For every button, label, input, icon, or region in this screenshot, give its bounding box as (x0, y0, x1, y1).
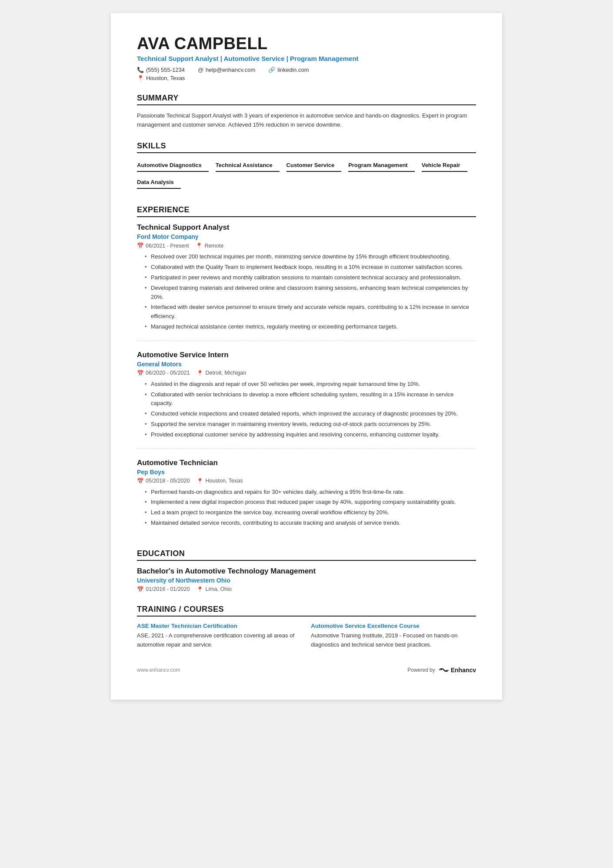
bullet-item: Assisted in the diagnosis and repair of … (145, 380, 476, 389)
school-name: University of Northwestern Ohio (137, 577, 476, 584)
phone-contact: 📞 (555) 555-1234 (137, 67, 185, 73)
bullet-item: Implemented a new digital inspection pro… (145, 498, 476, 507)
skill-item: Program Management (348, 159, 415, 172)
exp-meta: 📅 06/2021 - Present 📍 Remote (137, 242, 476, 249)
experience-entry: Automotive Technician Pep Boys 📅 05/2018… (137, 459, 476, 537)
phone-icon: 📞 (137, 67, 144, 73)
location-contact: 📍 Houston, Texas (137, 75, 185, 81)
training-item: Automotive Service Excellence Course Aut… (311, 623, 476, 650)
email-contact: @ help@enhancv.com (198, 67, 255, 73)
skill-item: Technical Assistance (216, 159, 280, 172)
location-pin-icon: 📍 (197, 370, 203, 376)
calendar-icon: 📅 (137, 242, 144, 249)
bullet-item: Provided exceptional customer service by… (145, 430, 476, 439)
location-value: Houston, Texas (146, 75, 185, 81)
bullets-list: Resolved over 200 technical inquiries pe… (137, 252, 476, 331)
bullet-item: Participated in peer reviews and monthly… (145, 273, 476, 282)
edu-meta: 📅 01/2016 - 01/2020 📍 Lima, Ohio (137, 586, 476, 593)
phone-value: (555) 555-1234 (146, 67, 185, 73)
header: AVA CAMPBELL Technical Support Analyst |… (137, 35, 476, 81)
edu-dates-value: 01/2016 - 01/2020 (146, 586, 190, 592)
job-title: Automotive Technician (137, 459, 476, 467)
bullet-item: Managed technical assistance center metr… (145, 322, 476, 332)
experience-container: Technical Support Analyst Ford Motor Com… (137, 223, 476, 536)
location-pin-icon: 📍 (196, 242, 203, 249)
training-title: Automotive Service Excellence Course (311, 623, 476, 629)
linkedin-value: linkedin.com (277, 67, 309, 73)
education-heading: EDUCATION (137, 549, 476, 561)
skill-item: Customer Service (287, 159, 342, 172)
edu-location-icon: 📍 (197, 586, 203, 593)
edu-location: 📍 Lima, Ohio (197, 586, 231, 593)
experience-entry: Automotive Service Intern General Motors… (137, 351, 476, 449)
location-pin-icon: 📍 (197, 478, 203, 484)
enhancv-logo-icon (439, 667, 449, 674)
education-section: EDUCATION Bachelor's in Automotive Techn… (137, 549, 476, 593)
exp-meta: 📅 06/2020 - 05/2021 📍 Detroit, Michigan (137, 370, 476, 376)
location-item: 📍 Remote (196, 242, 223, 249)
edu-calendar-icon: 📅 (137, 586, 144, 593)
bullet-item: Maintained detailed service records, con… (145, 519, 476, 528)
training-item: ASE Master Technician Certification ASE,… (137, 623, 302, 650)
skills-container: Automotive DiagnosticsTechnical Assistan… (137, 159, 476, 193)
dates-item: 📅 06/2020 - 05/2021 (137, 370, 190, 376)
location-item: 📍 Detroit, Michigan (197, 370, 246, 376)
company-name: Pep Boys (137, 469, 476, 476)
exp-meta: 📅 05/2018 - 05/2020 📍 Houston, Texas (137, 478, 476, 484)
email-value: help@enhancv.com (206, 67, 255, 73)
dates-item: 📅 05/2018 - 05/2020 (137, 478, 190, 484)
degree-title: Bachelor's in Automotive Technology Mana… (137, 567, 476, 576)
training-section: TRAINING / COURSES ASE Master Technician… (137, 605, 476, 650)
linkedin-contact: 🔗 linkedin.com (268, 67, 309, 73)
footer-powered: Powered by Enhancv (407, 667, 476, 674)
bullet-item: Interfaced with dealer service personnel… (145, 303, 476, 321)
bullet-item: Conducted vehicle inspections and create… (145, 409, 476, 419)
bullets-list: Assisted in the diagnosis and repair of … (137, 380, 476, 439)
dates-value: 06/2020 - 05/2021 (146, 370, 190, 376)
enhancv-logo: Enhancv (439, 667, 476, 674)
edu-location-value: Lima, Ohio (205, 586, 231, 592)
bullet-item: Supported the service manager in maintai… (145, 420, 476, 429)
bullet-item: Collaborated with senior technicians to … (145, 390, 476, 409)
bullet-item: Performed hands-on diagnostics and repai… (145, 488, 476, 497)
bullet-item: Led a team project to reorganize the ser… (145, 508, 476, 517)
skill-item: Data Analysis (137, 176, 181, 189)
summary-section: SUMMARY Passionate Technical Support Ana… (137, 94, 476, 130)
experience-heading: EXPERIENCE (137, 205, 476, 217)
resume-page: AVA CAMPBELL Technical Support Analyst |… (111, 13, 502, 700)
location-item: 📍 Houston, Texas (197, 478, 243, 484)
dates-item: 📅 06/2021 - Present (137, 242, 189, 249)
skill-item: Automotive Diagnostics (137, 159, 209, 172)
bullet-item: Developed training materials and deliver… (145, 284, 476, 302)
footer: www.enhancv.com Powered by Enhancv (137, 667, 476, 674)
candidate-name: AVA CAMPBELL (137, 35, 476, 53)
training-description: ASE, 2021 - A comprehensive certificatio… (137, 631, 302, 650)
training-title: ASE Master Technician Certification (137, 623, 302, 629)
bullet-item: Collaborated with the Quality Team to im… (145, 263, 476, 272)
company-name: General Motors (137, 361, 476, 368)
bullet-item: Resolved over 200 technical inquiries pe… (145, 252, 476, 261)
skill-item: Vehicle Repair (422, 159, 467, 172)
job-title: Automotive Service Intern (137, 351, 476, 359)
footer-website: www.enhancv.com (137, 667, 180, 673)
calendar-icon: 📅 (137, 370, 144, 376)
edu-dates: 📅 01/2016 - 01/2020 (137, 586, 190, 593)
location-value: Detroit, Michigan (205, 370, 246, 376)
education-container: Bachelor's in Automotive Technology Mana… (137, 567, 476, 593)
enhancv-brand-name: Enhancv (451, 667, 476, 674)
location-icon: 📍 (137, 75, 144, 81)
calendar-icon: 📅 (137, 478, 144, 484)
contact-row-1: 📞 (555) 555-1234 @ help@enhancv.com 🔗 li… (137, 67, 476, 73)
powered-by-label: Powered by (407, 667, 435, 673)
candidate-title: Technical Support Analyst | Automotive S… (137, 55, 476, 62)
location-value: Remote (204, 243, 223, 249)
education-entry: Bachelor's in Automotive Technology Mana… (137, 567, 476, 593)
experience-section: EXPERIENCE Technical Support Analyst For… (137, 205, 476, 536)
training-description: Automotive Training Institute, 2019 - Fo… (311, 631, 476, 650)
skills-heading: SKILLS (137, 141, 476, 153)
bullets-list: Performed hands-on diagnostics and repai… (137, 488, 476, 528)
link-icon: 🔗 (268, 67, 275, 73)
location-value: Houston, Texas (205, 478, 243, 484)
skills-section: SKILLS Automotive DiagnosticsTechnical A… (137, 141, 476, 193)
dates-value: 05/2018 - 05/2020 (146, 478, 190, 484)
